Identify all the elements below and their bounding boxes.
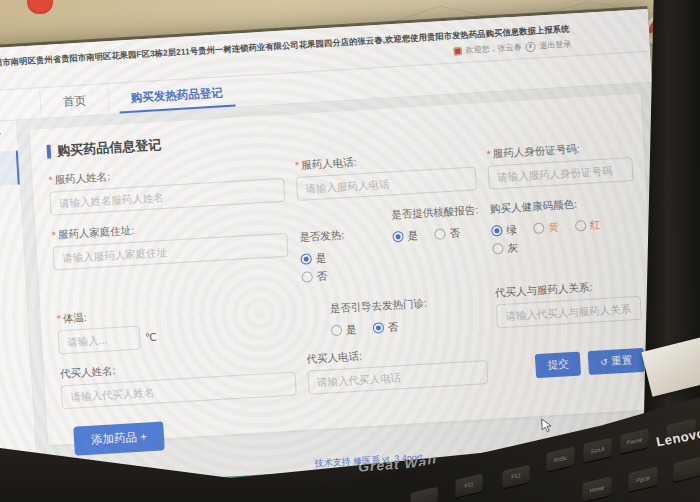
main-panel: 购买药品信息登记 *服药人姓名: *服药人电话: bbox=[17, 83, 674, 490]
tab-home[interactable]: 首页 bbox=[39, 84, 109, 118]
logout-icon bbox=[525, 41, 536, 52]
buyer-relation-input[interactable] bbox=[496, 296, 642, 329]
form-grid: *服药人姓名: *服药人电话: *服药人身份证号码: bbox=[48, 139, 645, 409]
key-prtsc: PrtSc bbox=[546, 446, 575, 471]
chevron-down-icon[interactable]: ▾ bbox=[0, 130, 1, 140]
required-mark: * bbox=[48, 174, 53, 186]
radio-group-nucleic: 是否提供核酸报告: 是 否 bbox=[391, 203, 480, 244]
key-f11: F11 bbox=[455, 474, 483, 498]
notice-icon bbox=[453, 47, 461, 55]
key-home: Home bbox=[582, 476, 612, 501]
required-mark: * bbox=[295, 159, 300, 171]
field-temperature: *体温: ℃ bbox=[56, 299, 293, 355]
field-patient-name: *服药人姓名: bbox=[48, 160, 285, 216]
key-f12: F12 bbox=[502, 465, 530, 489]
radio-group-fever: 是否发热: 是 否 bbox=[299, 226, 379, 284]
title-bar-icon bbox=[46, 145, 50, 159]
patient-id-input[interactable] bbox=[488, 157, 634, 190]
sidebar-item-records[interactable]: 记录 bbox=[0, 184, 22, 223]
required-mark: * bbox=[51, 228, 56, 240]
fever-yes-radio[interactable] bbox=[300, 253, 312, 265]
health-yellow-radio[interactable] bbox=[533, 222, 545, 234]
radio-group-health-code: 购买人健康码颜色: 绿 黄 红 灰 bbox=[490, 194, 639, 273]
key-scrlk: ScrLk bbox=[583, 437, 612, 462]
reset-button[interactable]: ↻重置 bbox=[588, 348, 645, 375]
required-mark: * bbox=[486, 147, 491, 159]
radio-group-guide: 是否引导去发热门诊: 是 否 bbox=[303, 287, 485, 340]
guide-no-radio[interactable] bbox=[373, 322, 385, 334]
patient-phone-input[interactable] bbox=[296, 166, 477, 201]
health-red-radio[interactable] bbox=[575, 220, 587, 232]
add-drug-button[interactable]: 添加药品 + bbox=[73, 421, 164, 455]
key-pause: Pause bbox=[620, 428, 649, 453]
field-buyer-phone: 代买人电话: bbox=[306, 342, 488, 395]
fever-nucleic-cell: 是否发热: 是 否 是否提供核酸报告: 是 否 bbox=[298, 203, 482, 285]
field-patient-address: *服药人家庭住址: bbox=[51, 215, 290, 300]
red-sticker bbox=[27, 0, 53, 14]
logout-link[interactable]: 退出登录 bbox=[539, 39, 572, 52]
field-patient-id: *服药人身份证号码: bbox=[486, 139, 633, 190]
photo-scene: 贵阳市南明区贵州省贵阳市南明区花果园F区3栋2层211号贵州一树连锁药业有限公司… bbox=[0, 0, 700, 502]
nucleic-no-radio[interactable] bbox=[434, 228, 446, 240]
header-user-area: 欢迎您，张云春 退出登录 bbox=[453, 39, 571, 57]
guide-yes-radio[interactable] bbox=[331, 325, 343, 337]
form-card: 购买药品信息登记 *服药人姓名: *服药人电话: bbox=[30, 94, 660, 446]
temperature-input[interactable] bbox=[58, 326, 141, 355]
key-blank bbox=[673, 456, 700, 481]
nucleic-yes-radio[interactable] bbox=[392, 231, 404, 243]
health-gray-radio[interactable] bbox=[492, 243, 504, 255]
monitor-screen: 贵阳市南明区贵州省贵阳市南明区花果园F区3栋2层211号贵州一树连锁药业有限公司… bbox=[0, 9, 675, 502]
submit-button[interactable]: 提交 bbox=[535, 352, 581, 379]
key-blank bbox=[410, 487, 438, 502]
temperature-unit: ℃ bbox=[145, 331, 157, 344]
health-green-radio[interactable] bbox=[491, 225, 503, 237]
required-mark: * bbox=[56, 312, 61, 324]
web-app: 贵阳市南明区贵州省贵阳市南明区花果园F区3栋2层211号贵州一树连锁药业有限公司… bbox=[0, 9, 675, 502]
field-buyer-name: 代买人姓名: bbox=[60, 353, 297, 409]
mouse-cursor bbox=[541, 417, 554, 434]
refresh-icon: ↻ bbox=[601, 357, 609, 367]
field-buyer-relation: 代买人与服药人关系: bbox=[495, 278, 642, 329]
key-pgup: PgUp bbox=[628, 466, 658, 491]
fever-no-radio[interactable] bbox=[301, 271, 313, 283]
field-patient-phone: *服药人电话: bbox=[295, 148, 477, 201]
buyer-phone-input[interactable] bbox=[307, 360, 488, 395]
form-actions: 提交 ↻重置 bbox=[498, 333, 645, 384]
welcome-user: 欢迎您，张云春 bbox=[465, 41, 522, 55]
